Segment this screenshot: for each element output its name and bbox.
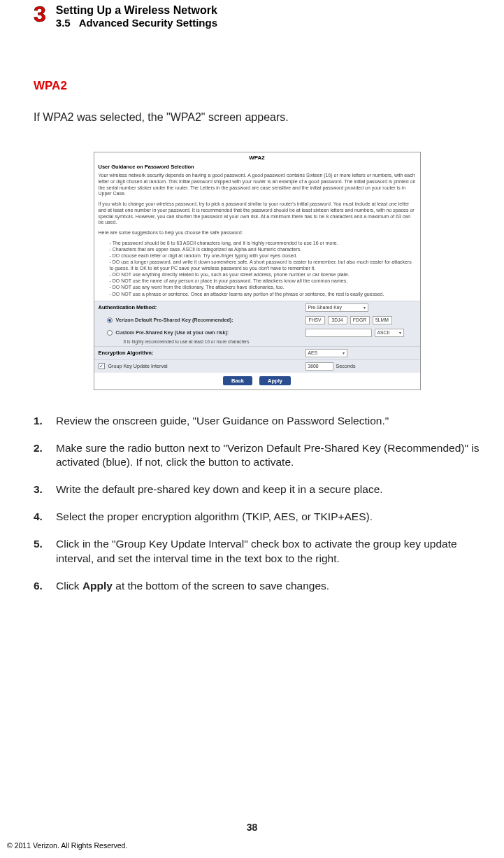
step-number: 3. bbox=[34, 482, 48, 497]
enc-alg-value: AES bbox=[308, 350, 318, 355]
auth-method-dropdown[interactable]: Pre-Shared Key ▾ bbox=[305, 303, 368, 312]
default-key-seg: FHSV bbox=[305, 316, 325, 324]
ss-suggestions-intro: Here are some suggestions to help you ch… bbox=[94, 229, 420, 239]
ss-custom-key-row: Custom Pre-Shared Key (Use at your own r… bbox=[94, 327, 420, 339]
wpa2-screenshot: WPA2 User Guidance on Password Selection… bbox=[94, 152, 421, 390]
copyright: © 2011 Verizon. All Rights Reserved. bbox=[7, 841, 127, 850]
ss-suggestion-item: DO choose each letter or digit at random… bbox=[110, 252, 416, 259]
custom-key-type-dropdown[interactable]: ASCII ▾ bbox=[375, 329, 404, 337]
chapter-title: Setting Up a Wireless Network bbox=[56, 4, 217, 17]
step-item: 1. Review the onscreen guide, "User Guid… bbox=[34, 414, 480, 429]
step-number: 2. bbox=[34, 441, 48, 471]
default-key-seg: 5LMM bbox=[373, 316, 392, 324]
ss-para2: If you wish to change your wireless pass… bbox=[94, 200, 420, 229]
custom-key-type-value: ASCII bbox=[377, 330, 390, 335]
enc-alg-dropdown[interactable]: AES ▾ bbox=[305, 349, 347, 357]
step-number: 4. bbox=[34, 510, 48, 524]
chevron-down-icon: ▾ bbox=[343, 350, 345, 355]
back-button[interactable]: Back bbox=[223, 376, 252, 385]
auth-method-value: Pre-Shared Key bbox=[308, 305, 342, 310]
ss-group-key-row: ✓ Group Key Update Interval 3600 Seconds bbox=[94, 359, 420, 373]
default-key-seg: FDGR bbox=[350, 316, 370, 324]
step-item: 5. Click in the "Group Key Update Interv… bbox=[34, 537, 480, 566]
group-key-checkbox[interactable]: ✓ bbox=[99, 363, 105, 369]
section-name: Advanced Security Settings bbox=[79, 17, 217, 29]
group-key-input[interactable]: 3600 bbox=[305, 362, 333, 371]
chevron-down-icon: ▾ bbox=[399, 330, 401, 335]
step-text: Select the proper encryption algorithm (… bbox=[56, 510, 480, 524]
group-key-unit: Seconds bbox=[336, 363, 356, 369]
ss-suggestion-item: DO NOT use a phrase or sentence. Once an… bbox=[110, 291, 416, 297]
section-number: 3.5 bbox=[56, 17, 71, 29]
header-titles: Setting Up a Wireless Network 3.5 Advanc… bbox=[56, 3, 217, 29]
default-key-seg: 3DJ4 bbox=[328, 316, 347, 324]
ss-suggestion-item: Characters that are upper case. ASCII is… bbox=[110, 246, 416, 252]
step-item: 6. Click Apply at the bottom of the scre… bbox=[34, 579, 480, 594]
section-title: 3.5 Advanced Security Settings bbox=[56, 17, 217, 29]
page-header: 3 Setting Up a Wireless Network 3.5 Adva… bbox=[0, 0, 504, 29]
ss-suggestion-list: The password should be 8 to 63 ASCII cha… bbox=[94, 239, 420, 301]
default-key-radio[interactable] bbox=[107, 317, 113, 323]
ss-para1: Your wireless network security depends o… bbox=[94, 171, 420, 200]
ss-auth-method-label: Authentication Method: bbox=[94, 301, 301, 313]
ss-title: WPA2 bbox=[94, 152, 420, 162]
step-text: Review the onscreen guide, "User Guidanc… bbox=[56, 414, 480, 429]
step6-post: at the bottom of the screen to save chan… bbox=[113, 580, 329, 592]
ss-suggestion-item: DO use a longer password, and write it d… bbox=[110, 259, 416, 271]
ss-guidance-heading: User Guidance on Password Selection bbox=[94, 162, 420, 171]
ss-suggestion-item: DO NOT use the name of any person or pla… bbox=[110, 278, 416, 284]
ss-button-row: Back Apply bbox=[94, 373, 420, 389]
step-number: 1. bbox=[34, 414, 48, 429]
enc-alg-label: Encryption Algorithm: bbox=[94, 347, 301, 359]
ss-enc-alg-row: Encryption Algorithm: AES ▾ bbox=[94, 346, 420, 359]
step-text: Make sure the radio button next to "Veri… bbox=[56, 441, 480, 471]
apply-button[interactable]: Apply bbox=[259, 376, 291, 385]
step-text: Click in the "Group Key Update Interval"… bbox=[56, 537, 480, 566]
ss-suggestion-item: The password should be 8 to 63 ASCII cha… bbox=[110, 240, 416, 246]
step-item: 4. Select the proper encryption algorith… bbox=[34, 510, 480, 524]
steps-list: 1. Review the onscreen guide, "User Guid… bbox=[34, 407, 480, 594]
intro-text: If WPA2 was selected, the "WPA2" screen … bbox=[34, 111, 480, 124]
wpa2-heading: WPA2 bbox=[34, 79, 480, 93]
group-key-label: Group Key Update Interval bbox=[108, 363, 168, 369]
ss-default-key-row: Verizon Default Pre-Shared Key (Recommen… bbox=[94, 314, 420, 327]
custom-key-input[interactable] bbox=[305, 329, 372, 337]
custom-key-radio[interactable] bbox=[107, 330, 113, 336]
step-text: Write the default pre-shared key down an… bbox=[56, 482, 480, 497]
custom-key-label: Custom Pre-Shared Key (Use at your own r… bbox=[116, 329, 229, 336]
step-text: Click Apply at the bottom of the screen … bbox=[56, 579, 480, 594]
step-number: 5. bbox=[34, 537, 48, 566]
chapter-number: 3 bbox=[34, 3, 46, 25]
step-item: 2. Make sure the radio button next to "V… bbox=[34, 441, 480, 471]
page-number: 38 bbox=[0, 822, 504, 833]
ss-auth-method-row: Authentication Method: Pre-Shared Key ▾ bbox=[94, 301, 420, 314]
ss-suggestion-item: DO NOT use any word from the dictionary.… bbox=[110, 284, 416, 290]
step6-pre: Click bbox=[56, 580, 82, 592]
main-content: WPA2 If WPA2 was selected, the "WPA2" sc… bbox=[0, 29, 504, 594]
ss-suggestion-item: DO NOT use anything directly related to … bbox=[110, 271, 416, 278]
step-item: 3. Write the default pre-shared key down… bbox=[34, 482, 480, 497]
default-key-label: Verizon Default Pre-Shared Key (Recommen… bbox=[116, 317, 233, 323]
chevron-down-icon: ▾ bbox=[363, 305, 366, 310]
custom-key-note: It is highly recommended to use at least… bbox=[94, 339, 420, 346]
step-number: 6. bbox=[34, 579, 48, 594]
step6-bold: Apply bbox=[82, 580, 113, 592]
